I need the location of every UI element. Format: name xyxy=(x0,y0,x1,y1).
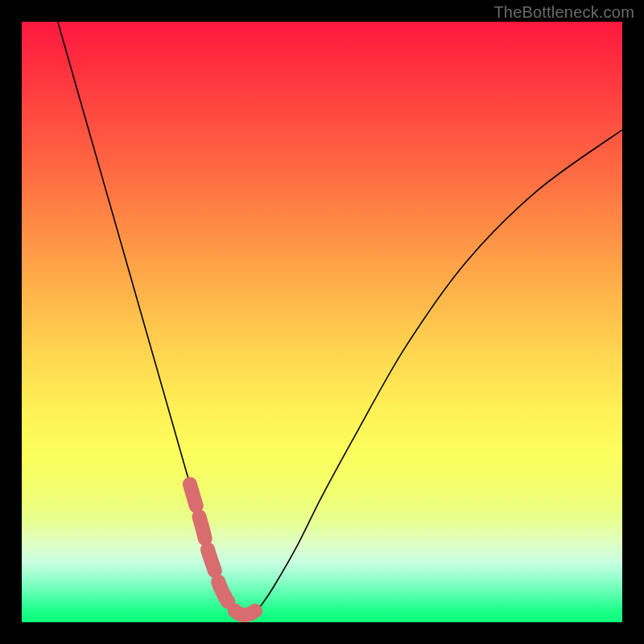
curve-svg xyxy=(22,22,622,622)
highlight-segment xyxy=(190,484,262,615)
chart-frame: TheBottleneck.com xyxy=(0,0,644,644)
plot-area xyxy=(22,22,622,622)
watermark-text: TheBottleneck.com xyxy=(493,3,634,22)
curve-line xyxy=(58,22,622,615)
